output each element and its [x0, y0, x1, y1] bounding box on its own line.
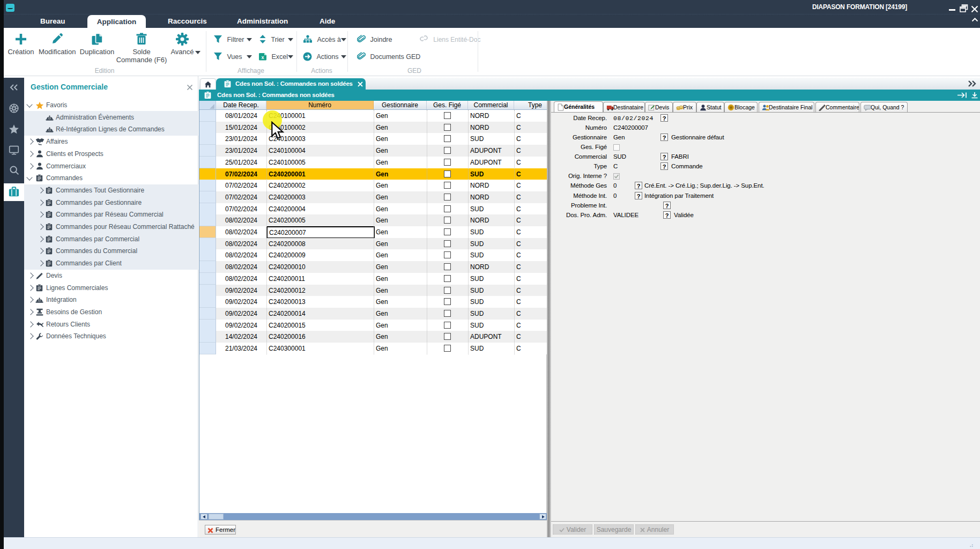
- svg-text:x: x: [262, 55, 264, 60]
